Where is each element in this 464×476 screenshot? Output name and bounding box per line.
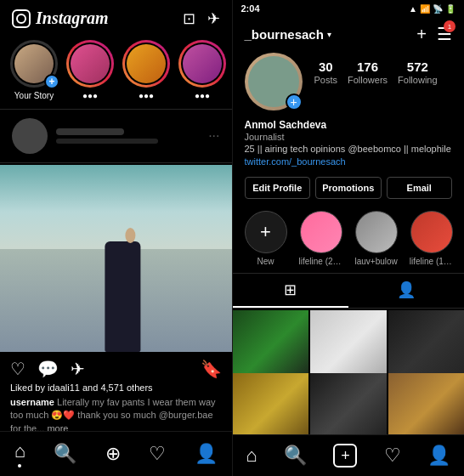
dm-info [56, 128, 200, 144]
story-label: Your Story [14, 91, 54, 100]
profile-buttons: Edit Profile Promotions Email [233, 173, 465, 206]
story-item-3[interactable]: ●●● [178, 40, 226, 100]
nav-home[interactable]: ⌂ [14, 440, 25, 468]
highlight-3[interactable]: lifeline (1/n... [410, 211, 454, 266]
bio-link[interactable]: twitter.com/_bournesach [245, 156, 453, 167]
tagged-tab[interactable]: 👤 [348, 274, 464, 308]
highlight-1[interactable]: lifeline (2/n... [299, 211, 343, 266]
nav-profile[interactable]: 👤 [195, 443, 218, 465]
profile-bio: Anmol Sachdeva Journalist 25 || airing t… [233, 117, 465, 173]
grid-icon: ⊞ [284, 280, 297, 299]
post-username: username [10, 397, 54, 407]
more-link[interactable]: more [47, 423, 68, 431]
signal-icon: 📶 [420, 4, 430, 14]
dm-more-icon[interactable]: ··· [208, 128, 219, 144]
right-nav-add[interactable]: + [333, 444, 357, 468]
dm-message [56, 139, 158, 144]
grid-photo-5[interactable] [310, 373, 387, 434]
right-nav-search[interactable]: 🔍 [284, 445, 307, 467]
followers-count: 176 [357, 60, 378, 74]
following-stat[interactable]: 572 Following [398, 60, 437, 85]
stories-row: + Your Story ●●● ●●● ●●● ●●● [0, 33, 232, 107]
left-header: Instagram ⊡ ✈ [0, 0, 232, 33]
save-icon[interactable]: 🔖 [201, 359, 222, 379]
highlight-label-3: lifeline (1/n... [410, 257, 454, 266]
wifi-icon: 📡 [433, 4, 443, 14]
story-label-1: ●●● [82, 91, 98, 100]
highlight-label-2: lauv+bulow [355, 257, 398, 266]
post-likes: Liked by idaali11 and 4,571 others [0, 382, 232, 396]
story-item-1[interactable]: ●●● [66, 40, 114, 100]
left-bottom-nav: ⌂ 🔍 ⊕ ♡ 👤 [0, 431, 232, 476]
grid-photo-6[interactable] [388, 373, 465, 434]
highlight-2[interactable]: lauv+bulow [355, 211, 398, 266]
send-icon[interactable]: ✈ [207, 9, 220, 28]
right-nav-home[interactable]: ⌂ [246, 445, 257, 467]
highlights-row: + New lifeline (2/n... lauv+bulow lifeli… [233, 206, 465, 273]
right-header: _bournesach ▾ + ☰ 1 [233, 15, 465, 49]
status-time: 2:04 [241, 3, 260, 14]
dm-item[interactable]: ··· [0, 111, 232, 161]
grid-photo-4[interactable] [233, 373, 309, 434]
status-bar: 2:04 ▲ 📶 📡 🔋 [233, 0, 465, 15]
notification-badge: 1 [444, 20, 456, 32]
story-item-2[interactable]: ●●● [122, 40, 170, 100]
bio-description: 25 || airing tech opinions @beebomco || … [245, 143, 453, 156]
highlight-new-ring: + [245, 211, 287, 253]
highlight-new[interactable]: + New [245, 211, 287, 266]
post-container: ♡ 💬 ✈ 🔖 Liked by idaali11 and 4,571 othe… [0, 165, 232, 431]
posts-count: 30 [319, 60, 333, 74]
add-story-badge: + [44, 74, 59, 89]
right-nav-profile[interactable]: 👤 [427, 445, 450, 467]
profile-stats: 30 Posts 176 Followers 572 Following [314, 60, 438, 85]
grid-nav: ⊞ 👤 [233, 273, 465, 309]
tagged-icon: 👤 [397, 280, 416, 299]
followers-stat[interactable]: 176 Followers [348, 60, 388, 85]
nav-search[interactable]: 🔍 [54, 443, 76, 465]
profile-username: _bournesach [245, 27, 324, 42]
bio-title: Journalist [245, 132, 453, 142]
dm-name [56, 128, 124, 135]
notification-icon-wrap[interactable]: ☰ 1 [437, 24, 452, 44]
battery-icon: 🔋 [445, 4, 456, 14]
photo-grid [233, 310, 465, 434]
highlight-label-1: lifeline (2/n... [299, 257, 343, 266]
app-title: Instagram [36, 8, 109, 28]
tv-icon[interactable]: ⊡ [183, 9, 195, 28]
promotions-button[interactable]: Promotions [315, 177, 382, 199]
add-post-icon[interactable]: + [416, 25, 427, 44]
nav-heart[interactable]: ♡ [149, 443, 166, 465]
highlight-ring-3 [410, 211, 453, 253]
share-icon[interactable]: ✈ [71, 359, 85, 379]
add-story-button[interactable]: + [286, 94, 303, 110]
posts-stat[interactable]: 30 Posts [314, 60, 338, 85]
like-icon[interactable]: ♡ [10, 359, 25, 379]
post-caption: username Literally my fav pants I wear t… [0, 396, 232, 431]
email-button[interactable]: Email [387, 177, 453, 199]
bio-name: Anmol Sachdeva [245, 119, 453, 131]
dm-avatar [12, 118, 48, 154]
highlight-ring-2 [355, 211, 398, 253]
network-icon: ▲ [409, 4, 417, 14]
nav-add[interactable]: ⊕ [105, 443, 121, 465]
following-count: 572 [407, 60, 428, 74]
edit-profile-button[interactable]: Edit Profile [245, 177, 311, 199]
right-header-icons: + ☰ 1 [416, 24, 452, 44]
grid-tab[interactable]: ⊞ [233, 274, 348, 308]
username-area[interactable]: _bournesach ▾ [245, 27, 331, 42]
right-nav-heart[interactable]: ♡ [384, 445, 401, 467]
right-panel: 2:04 ▲ 📶 📡 🔋 _bournesach ▾ + ☰ 1 + [233, 0, 465, 476]
right-bottom-nav: ⌂ 🔍 + ♡ 👤 [233, 434, 465, 476]
highlight-ring-1 [300, 211, 342, 253]
status-indicators: ▲ 📶 📡 🔋 [409, 4, 456, 14]
story-item-your[interactable]: + Your Story [10, 40, 58, 100]
story-label-2: ●●● [139, 91, 154, 100]
following-label: Following [398, 75, 437, 85]
post-actions: ♡ 💬 ✈ 🔖 [0, 352, 232, 382]
profile-avatar-wrap: + [245, 53, 303, 110]
highlight-label-new: New [257, 257, 274, 266]
followers-label: Followers [348, 75, 388, 85]
comment-icon[interactable]: 💬 [37, 359, 59, 379]
story-label-3: ●●● [195, 91, 210, 100]
chevron-down-icon: ▾ [327, 30, 331, 39]
